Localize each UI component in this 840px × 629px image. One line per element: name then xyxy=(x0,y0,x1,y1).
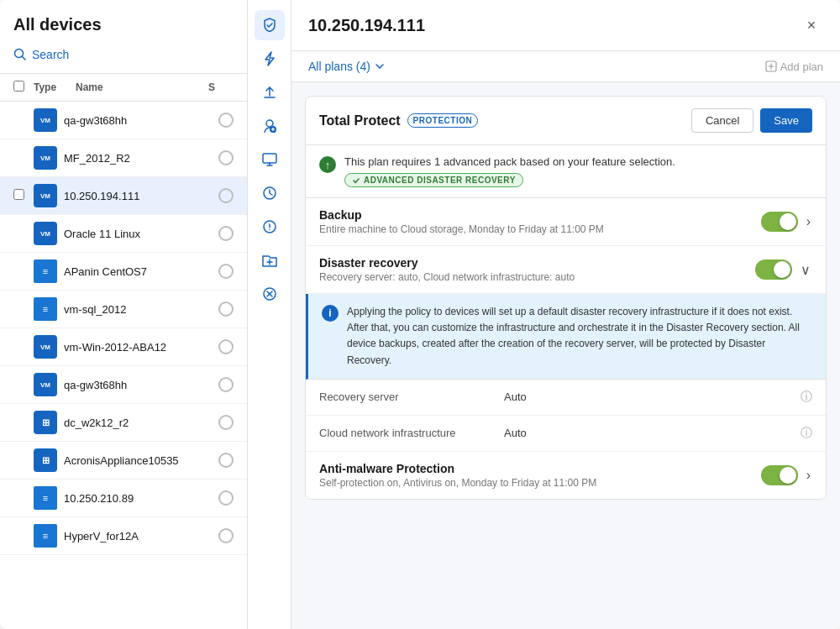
device-name: 10.250.210.89 xyxy=(64,492,218,505)
badge-icon[interactable] xyxy=(255,111,285,141)
info-green-icon: ↑ xyxy=(319,156,336,173)
cloud-network-row: Cloud network infrastructure Auto ⓘ xyxy=(306,416,826,452)
device-status xyxy=(218,377,234,392)
device-name: vm-Win-2012-ABA12 xyxy=(64,341,218,354)
device-status xyxy=(218,113,234,128)
name-column-header: Name xyxy=(76,81,208,93)
plan-card-header: Total Protect PROTECTION Cancel Save xyxy=(306,97,826,145)
device-list: VM qa-gw3t68hh VM MF_2012_R2 VM 10.250.1… xyxy=(0,102,247,629)
recovery-server-row: Recovery server Auto ⓘ xyxy=(306,380,826,416)
device-name: qa-gw3t68hh xyxy=(64,114,218,127)
device-name: vm-sql_2012 xyxy=(64,303,218,316)
device-name: MF_2012_R2 xyxy=(64,152,218,165)
device-row[interactable]: VM qa-gw3t68hh xyxy=(0,366,247,404)
plans-dropdown-label: All plans (4) xyxy=(308,60,370,73)
antimalware-section-row: Anti-malware Protection Self-protection … xyxy=(306,452,826,499)
device-name: qa-gw3t68hh xyxy=(64,379,218,391)
search-icon xyxy=(13,48,27,61)
clock-icon[interactable] xyxy=(255,178,285,208)
left-panel: All devices Search Type Name S VM q xyxy=(0,0,248,629)
device-row[interactable]: VM MF_2012_R2 xyxy=(0,139,247,177)
search-label: Search xyxy=(32,48,69,61)
antimalware-chevron-button[interactable]: › xyxy=(805,466,812,485)
cancel-button[interactable]: Cancel xyxy=(691,108,753,133)
dr-section-right: ∨ xyxy=(755,259,812,280)
device-name: 10.250.194.111 xyxy=(64,190,218,202)
antimalware-toggle[interactable] xyxy=(761,465,798,485)
device-ip-title: 10.250.194.111 xyxy=(308,16,425,35)
upload-icon[interactable] xyxy=(255,77,285,107)
dr-info-text: Applying the policy to devices will set … xyxy=(347,304,812,369)
add-plan-button[interactable]: Add plan xyxy=(765,60,823,73)
page-title: All devices xyxy=(13,15,234,34)
device-row[interactable]: ⊞ dc_w2k12_r2 xyxy=(0,404,247,442)
device-row[interactable]: VM 10.250.194.111 xyxy=(0,177,247,215)
dr-info-icon: i xyxy=(322,305,339,322)
folder-plus-icon[interactable] xyxy=(255,245,285,275)
table-header: Type Name S xyxy=(0,74,247,102)
device-status xyxy=(218,264,234,279)
right-panel: 10.250.194.111 × All plans (4) Add plan xyxy=(291,0,840,629)
s-column-header: S xyxy=(208,81,234,93)
recovery-server-info-icon[interactable]: ⓘ xyxy=(801,390,812,405)
device-name: dc_w2k12_r2 xyxy=(64,417,218,429)
backup-chevron-button[interactable]: › xyxy=(805,212,812,231)
backup-toggle[interactable] xyxy=(761,212,798,232)
device-status xyxy=(218,528,234,543)
save-button[interactable]: Save xyxy=(760,108,812,133)
backup-section-right: › xyxy=(761,212,812,232)
plan-title-area: Total Protect PROTECTION xyxy=(319,113,478,128)
plan-badge: PROTECTION xyxy=(407,113,479,128)
device-checkbox-3[interactable] xyxy=(13,189,24,200)
recovery-server-value: Auto xyxy=(504,391,801,403)
cloud-network-label: Cloud network infrastructure xyxy=(319,427,504,439)
device-name: HyperV_for12A xyxy=(64,530,218,543)
device-icon: ≡ xyxy=(34,524,57,548)
dr-info-box: i Applying the policy to devices will se… xyxy=(306,294,826,380)
device-status xyxy=(218,339,234,354)
backup-section-row: Backup Entire machine to Cloud storage, … xyxy=(306,198,826,246)
device-row[interactable]: ≡ vm-sql_2012 xyxy=(0,291,247,328)
device-row[interactable]: ≡ APanin CentOS7 xyxy=(0,253,247,291)
dr-section-row: Disaster recovery Recovery server: auto,… xyxy=(306,246,826,294)
cancel-icon[interactable] xyxy=(255,279,285,309)
info-banner-main-text: This plan requires 1 advanced pack based… xyxy=(344,155,812,168)
lightning-icon[interactable] xyxy=(255,44,285,74)
device-row[interactable]: VM Oracle 11 Linux xyxy=(0,215,247,253)
device-row[interactable]: ≡ 10.250.210.89 xyxy=(0,480,247,517)
device-name: AcronisAppliance10535 xyxy=(64,454,218,467)
antimalware-right: › xyxy=(761,465,812,485)
antimalware-subtitle: Self-protection on, Antivirus on, Monday… xyxy=(319,477,596,489)
monitor-icon[interactable] xyxy=(255,144,285,175)
dr-toggle[interactable] xyxy=(755,259,792,280)
backup-title: Backup xyxy=(319,208,761,222)
device-icon: ⊞ xyxy=(34,411,57,434)
device-icon: VM xyxy=(34,184,57,207)
plans-dropdown[interactable]: All plans (4) xyxy=(308,60,386,73)
device-row[interactable]: ≡ HyperV_for12A xyxy=(0,517,247,555)
device-row[interactable]: VM vm-Win-2012-ABA12 xyxy=(0,328,247,366)
svg-line-1 xyxy=(23,57,26,60)
dr-chevron-button[interactable]: ∨ xyxy=(799,260,812,280)
recovery-server-label: Recovery server xyxy=(319,391,504,403)
close-button[interactable]: × xyxy=(800,13,823,37)
device-row[interactable]: ⊞ AcronisAppliance10535 xyxy=(0,442,247,480)
plan-title: Total Protect xyxy=(319,113,401,128)
alert-icon[interactable] xyxy=(255,212,285,242)
device-row[interactable]: VM qa-gw3t68hh xyxy=(0,102,247,139)
device-icon: ≡ xyxy=(34,486,57,510)
device-icon: VM xyxy=(34,108,57,132)
adr-badge: ADVANCED DISASTER RECOVERY xyxy=(344,173,523,187)
dr-section-left: Disaster recovery Recovery server: auto,… xyxy=(319,256,755,283)
device-icon: ≡ xyxy=(34,297,57,321)
device-icon: VM xyxy=(34,335,57,359)
cloud-network-info-icon[interactable]: ⓘ xyxy=(801,426,812,441)
device-status xyxy=(218,188,234,203)
dr-subtitle: Recovery server: auto, Cloud network inf… xyxy=(319,271,755,283)
device-icon: VM xyxy=(34,373,57,396)
device-status xyxy=(218,150,234,165)
shield-check-icon[interactable] xyxy=(255,10,285,40)
select-all-checkbox[interactable] xyxy=(13,81,24,92)
search-bar[interactable]: Search xyxy=(13,45,234,65)
device-status xyxy=(218,453,234,468)
